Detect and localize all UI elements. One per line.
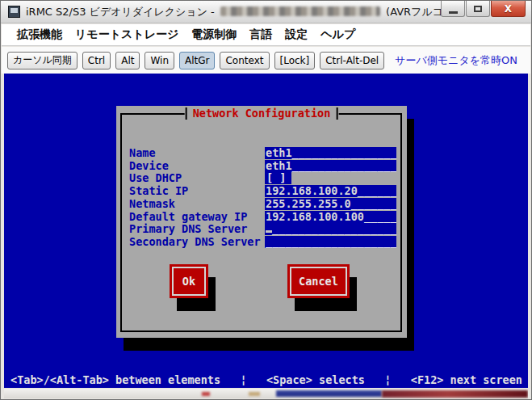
dialog-title-left-tick <box>186 107 187 120</box>
field-input-use-dhcp[interactable]: [ ] <box>265 172 291 184</box>
field-label-use-dhcp: Use DHCP <box>129 172 182 184</box>
ok-button[interactable]: Ok <box>170 264 208 298</box>
server-monitor-status-text: サーバ側モニタを常時ON <box>395 53 517 68</box>
field-input-netmask[interactable]: 255.255.255.0_______ <box>265 198 396 210</box>
maximize-icon <box>474 6 482 12</box>
toolbar-button-win[interactable]: Win <box>145 52 174 69</box>
minimize-button[interactable] <box>441 1 465 17</box>
menu-item-settings[interactable]: 設定 <box>279 27 314 42</box>
window-controls: X <box>440 1 526 17</box>
field-label-device: Device <box>129 160 169 172</box>
dialog-title-right-tick <box>336 107 337 120</box>
field-input-static-ip[interactable]: 192.168.100.20______ <box>265 185 396 197</box>
field-input-name[interactable]: eth1________________ <box>265 147 396 159</box>
menu-item-language[interactable]: 言語 <box>243 27 279 42</box>
window-title: iRMC S2/S3 ビデオリダイレクション - (AVRフルコン... <box>26 1 464 23</box>
status-blur-segment <box>249 392 260 396</box>
network-configuration-dialog: Network Configuration Nameeth1__________… <box>116 106 407 338</box>
field-input-secondary-dns-server[interactable]: ____________________ <box>265 236 396 248</box>
app-window: iRMC S2/S3 ビデオリダイレクション - (AVRフルコン... X 拡… <box>0 0 532 400</box>
field-label-secondary-dns-server: Secondary DNS Server <box>129 236 261 248</box>
toolbar-button-altgr[interactable]: AltGr <box>179 52 215 69</box>
field-label-name: Name <box>129 147 156 159</box>
field-input-default-gateway-ip[interactable]: 192.168.100.100_____ <box>265 211 396 223</box>
status-blur-segment <box>202 392 210 396</box>
remote-console-screen: Network Configuration Nameeth1__________… <box>4 74 528 388</box>
close-button[interactable]: X <box>491 1 526 17</box>
cancel-button[interactable]: Cancel <box>287 264 350 298</box>
title-redacted-blur <box>220 6 380 16</box>
menu-bar: 拡張機能リモートストレージ電源制御言語設定ヘルプ <box>2 24 530 46</box>
title-bar: iRMC S2/S3 ビデオリダイレクション - (AVRフルコン... X <box>1 1 531 23</box>
menu-item-advanced-features[interactable]: 拡張機能 <box>10 27 69 42</box>
status-blur-segment <box>276 390 382 397</box>
window-title-prefix: iRMC S2/S3 ビデオリダイレクション - <box>26 6 218 18</box>
status-blur-segment <box>382 390 528 398</box>
maximize-button[interactable] <box>466 1 490 17</box>
app-icon <box>8 6 20 18</box>
toolbar-button-cursor-sync[interactable]: カーソル同期 <box>7 52 77 69</box>
field-label-default-gateway-ip: Default gateway IP <box>129 211 247 223</box>
field-label-static-ip: Static IP <box>129 185 188 197</box>
status-strip <box>4 389 528 398</box>
ok-button-label: Ok <box>172 267 206 296</box>
field-label-netmask: Netmask <box>129 198 175 210</box>
close-icon: X <box>505 3 512 15</box>
text-cursor <box>266 224 272 233</box>
console-help-line: <Tab>/<Alt-Tab> between elements ¦ <Spac… <box>10 373 522 386</box>
toolbar-button-alt[interactable]: Alt <box>115 52 140 69</box>
menu-item-remote-storage[interactable]: リモートストレージ <box>69 27 185 42</box>
toolbar-button-ctrl-alt-del[interactable]: Ctrl-Alt-Del <box>320 52 384 69</box>
cancel-button-label: Cancel <box>290 267 347 296</box>
toolbar-button-ctrl[interactable]: Ctrl <box>82 52 111 69</box>
menu-item-power-control[interactable]: 電源制御 <box>185 27 243 42</box>
dialog-title: Network Configuration <box>185 107 339 120</box>
dialog-title-text: Network Configuration <box>193 107 331 120</box>
field-label-primary-dns-server: Primary DNS Server <box>129 223 247 235</box>
field-input-device[interactable]: eth1________________ <box>265 160 396 172</box>
menu-item-help[interactable]: ヘルプ <box>314 27 362 42</box>
minimize-icon <box>449 11 458 14</box>
toolbar-button-lock[interactable]: [Lock] <box>274 52 316 69</box>
field-input-primary-dns-server[interactable]: ___________________ <box>265 223 396 235</box>
toolbar: カーソル同期CtrlAltWinAltGrContext[Lock]Ctrl-A… <box>2 47 530 74</box>
toolbar-button-context[interactable]: Context <box>220 52 269 69</box>
